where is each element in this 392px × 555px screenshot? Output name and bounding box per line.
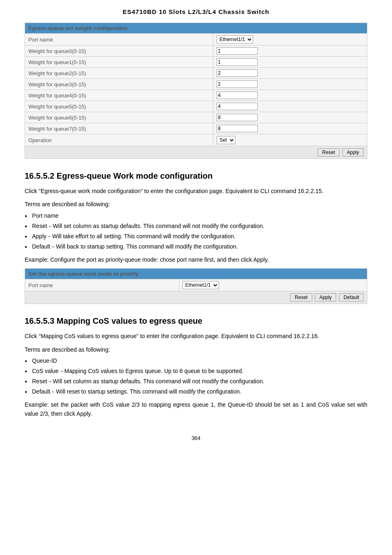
bullet-port-name: Port name — [25, 212, 367, 220]
queue6-label: Weight for queue6(0-15) — [25, 112, 213, 123]
section-655-3-example: Example: set the packet with CoS value 2… — [25, 400, 367, 419]
queue5-label: Weight for queue5(0-15) — [25, 101, 213, 112]
section-655-3-terms: Terms are described as following: — [25, 345, 367, 354]
bullet-cos-default: Default－Will reset to startup settings. … — [25, 387, 367, 396]
work-port-name-cell: Ethernet1/1 Ethernet1/2 — [179, 279, 367, 291]
work-action-cell: Reset Apply Default — [25, 291, 367, 304]
queue3-label: Weight for queue3(0-15) — [25, 79, 213, 90]
section-655-2-heading: 16.5.5.2 Egress-queue Work mode configur… — [25, 171, 367, 181]
queue1-label: Weight for queue1(0-15) — [25, 57, 213, 68]
page-number: 364 — [25, 435, 367, 441]
work-action-row: Reset Apply Default — [25, 291, 367, 304]
wrr-action-cell: Reset Apply — [25, 146, 367, 159]
work-port-name-select[interactable]: Ethernet1/1 Ethernet1/2 — [182, 281, 219, 289]
work-apply-button[interactable]: Apply — [315, 293, 336, 302]
work-port-name-row: Port name Ethernet1/1 Ethernet1/2 — [25, 279, 367, 291]
bullet-cos-value: CoS value－Mapping CoS values to Egress q… — [25, 367, 367, 375]
work-default-button[interactable]: Default — [339, 293, 364, 302]
queue4-row: Weight for queue4(0-15) — [25, 90, 367, 101]
queue5-row: Weight for queue5(0-15) — [25, 101, 367, 112]
operation-row: Operation Set Get — [25, 134, 367, 146]
queue2-input[interactable] — [217, 69, 258, 77]
work-port-name-label: Port name — [25, 279, 179, 291]
bullet-cos-reset: Reset－Will set column as startup default… — [25, 377, 367, 386]
wrr-action-row: Reset Apply — [25, 146, 367, 159]
section-655-2-example: Example: Configure the port as priority-… — [25, 255, 367, 264]
section-655-3-para1: Click “Mapping CoS values to egress queu… — [25, 332, 367, 341]
port-name-cell: Ethernet1/1 Ethernet1/2 — [213, 34, 367, 46]
section-655-3-bullets: Queue-ID CoS value－Mapping CoS values to… — [25, 357, 367, 396]
queue3-input[interactable] — [217, 81, 258, 88]
queue5-input[interactable] — [217, 103, 258, 110]
wrr-table-header: Egress-queue wrr weight configuration — [25, 23, 367, 34]
section-655-2-bullets: Port name Reset－Will set column as start… — [25, 212, 367, 251]
wrr-reset-button[interactable]: Reset — [318, 148, 339, 157]
wrr-config-table: Egress-queue wrr weight configuration Po… — [25, 23, 367, 159]
section-655-2-para1: Click “Egress-queue work mode configurat… — [25, 187, 367, 196]
queue6-input[interactable] — [217, 114, 258, 121]
queue4-input[interactable] — [217, 92, 258, 99]
queue0-input[interactable] — [217, 47, 258, 55]
wrr-apply-button[interactable]: Apply — [342, 148, 364, 157]
bullet-default: Default－Will back to startup setting. Th… — [25, 242, 367, 251]
page-title: ES4710BD 10 Slots L2/L3/L4 Chassis Switc… — [25, 8, 367, 15]
operation-cell: Set Get — [213, 134, 367, 146]
operation-select[interactable]: Set Get — [217, 136, 235, 144]
queue2-row: Weight for queue2(0-15) — [25, 68, 367, 79]
section-655-3-heading: 16.5.5.3 Mapping CoS values to egress qu… — [25, 316, 367, 326]
queue7-input[interactable] — [217, 125, 258, 132]
port-name-row: Port name Ethernet1/1 Ethernet1/2 — [25, 34, 367, 46]
bullet-queue-id: Queue-ID — [25, 357, 367, 365]
port-name-label: Port name — [25, 34, 213, 46]
queue7-row: Weight for queue7(0-15) — [25, 123, 367, 134]
queue0-label: Weight for queue0(0-15) — [25, 46, 213, 57]
section-655-2-terms: Terms are described as following: — [25, 200, 367, 209]
queue2-label: Weight for queue2(0-15) — [25, 68, 213, 79]
bullet-apply: Apply－Will take effort to all setting. T… — [25, 232, 367, 241]
queue0-row: Weight for queue0(0-15) — [25, 46, 367, 57]
bullet-reset: Reset－Will set column as startup default… — [25, 222, 367, 230]
queue1-row: Weight for queue1(0-15) — [25, 57, 367, 68]
work-table-header: Set the egress-queue work mode to priori… — [25, 269, 367, 279]
queue7-label: Weight for queue7(0-15) — [25, 123, 213, 134]
queue6-row: Weight for queue6(0-15) — [25, 112, 367, 123]
work-reset-button[interactable]: Reset — [290, 293, 312, 302]
queue1-input[interactable] — [217, 58, 258, 66]
work-mode-table: Set the egress-queue work mode to priori… — [25, 268, 367, 304]
operation-label: Operation — [25, 134, 213, 146]
queue4-label: Weight for queue4(0-15) — [25, 90, 213, 101]
queue3-row: Weight for queue3(0-15) — [25, 79, 367, 90]
port-name-select[interactable]: Ethernet1/1 Ethernet1/2 — [217, 35, 253, 44]
